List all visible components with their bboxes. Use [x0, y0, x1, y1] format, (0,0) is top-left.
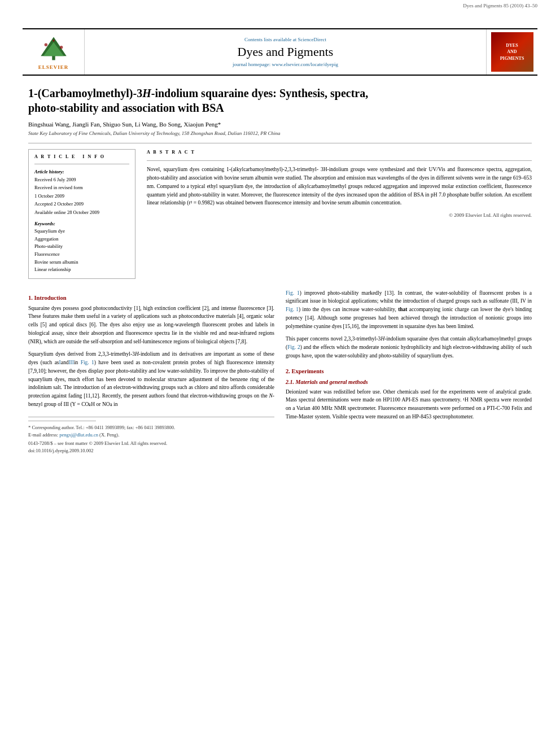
email-footnote: E-mail address: pengxj@dlut.edu.cn (X. P… — [28, 431, 274, 439]
history-label: Article history: — [34, 169, 129, 174]
accepted: Accepted 2 October 2009 — [34, 200, 129, 208]
dyes-pigments-badge: DYESANDPIGMENTS — [491, 32, 533, 72]
keyword-1: Squarylium dye — [34, 228, 129, 235]
journal-logo-right: DYESANDPIGMENTS — [487, 29, 537, 75]
body-right-col: Fig. 1) improved photo-stability markedl… — [286, 289, 532, 453]
article-info-col: A R T I C L E I N F O Article history: R… — [28, 149, 135, 279]
available: Available online 28 October 2009 — [34, 208, 129, 216]
intro-para-1: Squaraine dyes possess good photoconduct… — [28, 304, 274, 346]
footnote-area: * Corresponding author. Tel.: +86 0411 3… — [28, 417, 274, 453]
journal-ref-text: Dyes and Pigments 85 (2010) 43–50 — [463, 3, 537, 8]
article-content: 1-(Carbamoylmethyl)-3H-indolium squarain… — [0, 86, 560, 453]
svg-point-5 — [59, 46, 62, 49]
intro-para-2: Squarylium dyes derived from 2,3,3-trime… — [28, 350, 274, 408]
received2: Received in revised form — [34, 184, 129, 191]
elsevier-label: ELSEVIER — [38, 64, 69, 70]
experiments-heading: 2. Experiments — [286, 368, 532, 374]
methods-text: Deionized water was redistilled before u… — [286, 388, 532, 421]
footnote-rule — [28, 421, 96, 421]
journal-homepage: journal homepage: www.elsevier.com/locat… — [233, 62, 338, 67]
keywords-section: Keywords: Squarylium dye Aggregation Pho… — [34, 221, 129, 274]
article-info-abstract-cols: A R T I C L E I N F O Article history: R… — [28, 149, 532, 279]
abstract-col: A B S T R A C T Novel, squarylium dyes c… — [147, 149, 532, 279]
abstract-title: A B S T R A C T — [147, 149, 532, 156]
abstract-section: A B S T R A C T Novel, squarylium dyes c… — [147, 149, 532, 220]
doi-line: doi:10.1016/j.dyepig.2009.10.002 — [28, 448, 274, 453]
email-link[interactable]: pengxj@dlut.edu.cn — [59, 432, 98, 438]
info-divider — [34, 164, 129, 164]
right-para-2: This paper concerns novel 2,3,3-trimethy… — [286, 335, 532, 360]
article-title: 1-(Carbamoylmethyl)-3H-indolium squarain… — [28, 86, 532, 115]
elsevier-logo: ELSEVIER — [23, 29, 85, 75]
article-info-box: A R T I C L E I N F O Article history: R… — [28, 149, 135, 279]
history-dates: Received 6 July 2009 Received in revised… — [34, 176, 129, 216]
keywords-label: Keywords: — [34, 221, 129, 226]
keyword-3: Photo-stability — [34, 243, 129, 251]
journal-reference: Dyes and Pigments 85 (2010) 43–50 — [0, 0, 560, 11]
issn-line: 0143-7208/$ – see front matter © 2009 El… — [28, 440, 274, 446]
svg-point-4 — [44, 43, 47, 46]
sciencedirect-link[interactable]: ScienceDirect — [298, 37, 326, 42]
body-cols: 1. Introduction Squaraine dyes possess g… — [28, 289, 532, 453]
corresponding-footnote: * Corresponding author. Tel.: +86 0411 3… — [28, 424, 274, 431]
right-para-1: Fig. 1) improved photo-stability markedl… — [286, 289, 532, 331]
article-info-title: A R T I C L E I N F O — [34, 154, 129, 159]
elsevier-tree-icon — [31, 34, 76, 63]
copyright: © 2009 Elsevier Ltd. All rights reserved… — [147, 212, 532, 220]
keyword-5: Bovine serum albumin — [34, 259, 129, 267]
journal-header: ELSEVIER Contents lists available at Sci… — [23, 28, 537, 76]
body-left-col: 1. Introduction Squaraine dyes possess g… — [28, 289, 274, 453]
keyword-4: Fluorescence — [34, 251, 129, 259]
abstract-text: Novel, squarylium dyes containing 1-(alk… — [147, 165, 532, 207]
page: Dyes and Pigments 85 (2010) 43–50 ELSEVI… — [0, 0, 560, 747]
received1: Received 6 July 2009 — [34, 176, 129, 184]
affiliation: State Key Laboratory of Fine Chemicals, … — [28, 130, 532, 136]
homepage-url[interactable]: www.elsevier.com/locate/dyepig — [272, 62, 338, 67]
contents-link: Contents lists available at ScienceDirec… — [244, 37, 326, 42]
svg-point-6 — [53, 40, 55, 42]
divider — [28, 143, 532, 143]
received2-date: 1 October 2009 — [34, 192, 129, 200]
authors: Bingshuai Wang, Jiangli Fan, Shiguo Sun,… — [28, 121, 532, 128]
abstract-divider — [147, 160, 532, 161]
keyword-6: Linear relationship — [34, 266, 129, 274]
journal-center: Contents lists available at ScienceDirec… — [85, 29, 487, 75]
journal-title: Dyes and Pigments — [238, 45, 334, 59]
keyword-2: Aggregation — [34, 235, 129, 243]
methods-heading: 2.1. Materials and general methods — [286, 379, 532, 385]
intro-heading: 1. Introduction — [28, 295, 274, 301]
